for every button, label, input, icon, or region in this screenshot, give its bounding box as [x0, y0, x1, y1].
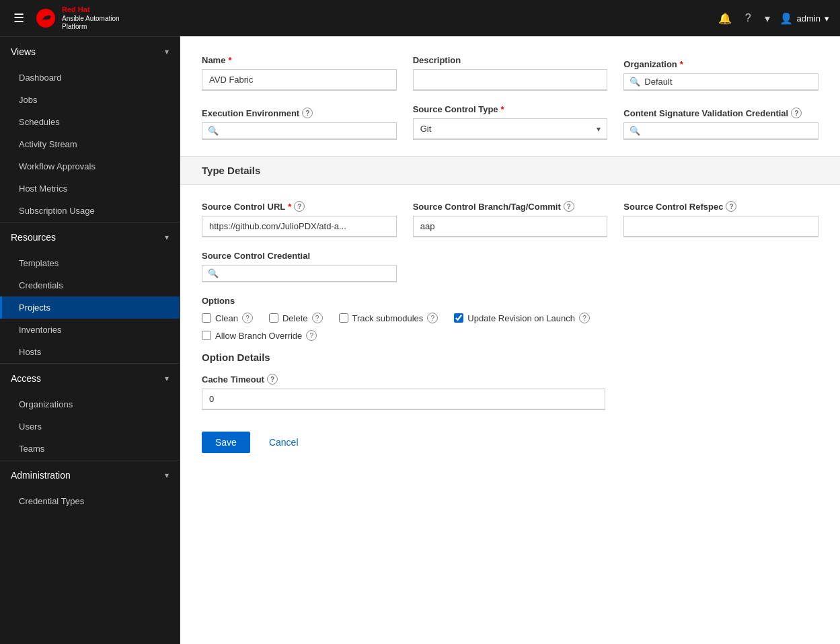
option-delete-help-icon[interactable]: ?: [312, 313, 323, 323]
description-input[interactable]: [413, 69, 608, 91]
source-control-credential-input[interactable]: [223, 268, 391, 278]
option-allow-branch-help-icon[interactable]: ?: [306, 330, 317, 341]
option-clean-checkbox[interactable]: [202, 313, 211, 323]
notifications-icon[interactable]: 🔔: [714, 8, 736, 29]
organization-label: Organization *: [623, 59, 818, 69]
source-control-branch-input[interactable]: [413, 216, 608, 237]
help-chevron-icon[interactable]: ▾: [761, 8, 774, 29]
cache-timeout-label: Cache Timeout ?: [202, 374, 605, 385]
source-control-refspec-input[interactable]: [623, 216, 818, 237]
sidebar-item-workflow-approvals[interactable]: Workflow Approvals: [0, 155, 180, 177]
name-label: Name *: [202, 55, 397, 65]
source-control-type-select[interactable]: Manual Git SVN Insights Remote Archive: [413, 118, 608, 140]
redhat-svg-icon: [35, 7, 56, 29]
execution-env-search-wrapper[interactable]: 🔍: [202, 122, 397, 140]
user-menu[interactable]: 👤 admin ▾: [779, 12, 829, 25]
organization-search-icon: 🔍: [629, 77, 640, 87]
sidebar-item-teams[interactable]: Teams: [0, 438, 180, 460]
sidebar-item-hosts[interactable]: Hosts: [0, 341, 180, 363]
cache-timeout-help-icon[interactable]: ?: [267, 374, 278, 385]
save-button[interactable]: Save: [202, 432, 250, 453]
organization-input[interactable]: [644, 77, 812, 87]
sidebar-item-inventories[interactable]: Inventories: [0, 319, 180, 341]
main-layout: Views ▾ Dashboard Jobs Schedules Activit…: [0, 36, 840, 644]
option-track-submodules-help-icon[interactable]: ?: [427, 313, 438, 323]
scc-search-icon: 🔍: [208, 268, 219, 278]
resources-section-label: Resources: [11, 232, 56, 243]
scb-help-icon[interactable]: ?: [564, 201, 574, 212]
sidebar-item-credentials[interactable]: Credentials: [0, 274, 180, 296]
sidebar: Views ▾ Dashboard Jobs Schedules Activit…: [0, 36, 180, 644]
options-row-2: Allow Branch Override ?: [202, 330, 818, 341]
option-allow-branch-label: Allow Branch Override: [215, 331, 302, 341]
username-label: admin: [797, 13, 820, 24]
source-control-credential-search-wrapper[interactable]: 🔍: [202, 265, 397, 282]
scu-help-icon[interactable]: ?: [294, 201, 305, 212]
option-update-revision-checkbox[interactable]: [454, 313, 463, 323]
sidebar-item-organizations[interactable]: Organizations: [0, 393, 180, 415]
option-allow-branch-item[interactable]: Allow Branch Override ?: [202, 330, 317, 341]
form-row-2: Execution Environment ? 🔍 Source Control…: [202, 104, 818, 140]
scr-help-icon[interactable]: ?: [726, 201, 736, 212]
option-clean-help-icon[interactable]: ?: [242, 313, 253, 323]
user-avatar-icon: 👤: [779, 12, 793, 25]
sidebar-item-dashboard[interactable]: Dashboard: [0, 67, 180, 89]
content-sig-help-icon[interactable]: ?: [791, 108, 802, 118]
project-edit-form: Name * Description Organization *: [180, 36, 840, 644]
views-section-label: Views: [11, 46, 36, 57]
option-track-submodules-checkbox[interactable]: [339, 313, 348, 323]
description-label: Description: [413, 55, 608, 65]
execution-env-search-icon: 🔍: [208, 126, 219, 136]
type-details-section-divider: Type Details: [180, 156, 840, 185]
form-row-4: Source Control Credential 🔍: [202, 251, 818, 282]
option-track-submodules-item[interactable]: Track submodules ?: [339, 313, 438, 323]
sidebar-item-jobs[interactable]: Jobs: [0, 89, 180, 111]
administration-section-label: Administration: [11, 470, 71, 481]
sidebar-item-projects[interactable]: Projects: [0, 296, 180, 319]
help-icon[interactable]: ?: [741, 8, 755, 28]
execution-env-input[interactable]: [223, 126, 391, 136]
sidebar-item-users[interactable]: Users: [0, 415, 180, 438]
option-allow-branch-checkbox[interactable]: [202, 331, 211, 340]
sidebar-item-host-metrics[interactable]: Host Metrics: [0, 177, 180, 200]
resources-section-header[interactable]: Resources ▾: [0, 223, 180, 252]
option-update-revision-help-icon[interactable]: ?: [579, 313, 590, 323]
sidebar-item-templates[interactable]: Templates: [0, 252, 180, 274]
scu-required-star: *: [288, 202, 291, 212]
sidebar-item-subscription-usage[interactable]: Subscription Usage: [0, 200, 180, 222]
access-section-header[interactable]: Access ▾: [0, 364, 180, 393]
source-control-branch-label: Source Control Branch/Tag/Commit ?: [413, 201, 608, 212]
sidebar-item-activity-stream[interactable]: Activity Stream: [0, 133, 180, 155]
hamburger-menu-icon[interactable]: ☰: [11, 8, 27, 28]
name-input[interactable]: [202, 69, 397, 91]
organization-search-wrapper[interactable]: 🔍: [623, 73, 818, 91]
user-chevron-icon: ▾: [825, 13, 829, 24]
cache-timeout-input[interactable]: [202, 389, 605, 410]
administration-section-header[interactable]: Administration ▾: [0, 460, 180, 490]
main-content: Name * Description Organization *: [180, 36, 840, 644]
option-update-revision-item[interactable]: Update Revision on Launch ?: [454, 313, 590, 323]
cancel-button[interactable]: Cancel: [261, 432, 307, 453]
source-control-url-label: Source Control URL * ?: [202, 201, 397, 212]
option-delete-checkbox[interactable]: [269, 313, 278, 323]
source-control-url-input[interactable]: [202, 216, 397, 237]
sidebar-item-schedules[interactable]: Schedules: [0, 111, 180, 133]
option-delete-item[interactable]: Delete ?: [269, 313, 323, 323]
sidebar-item-credential-types[interactable]: Credential Types: [0, 490, 180, 512]
views-section-header[interactable]: Views ▾: [0, 37, 180, 67]
access-section-label: Access: [11, 373, 41, 384]
access-chevron-icon: ▾: [165, 374, 169, 383]
option-clean-item[interactable]: Clean ?: [202, 313, 253, 323]
content-sig-input[interactable]: [644, 126, 812, 136]
source-control-type-label: Source Control Type *: [413, 104, 608, 114]
source-control-refspec-label: Source Control Refspec ?: [623, 201, 818, 212]
content-sig-search-wrapper[interactable]: 🔍: [623, 122, 818, 140]
source-control-type-select-wrapper: Manual Git SVN Insights Remote Archive ▾: [413, 118, 608, 140]
source-control-credential-label: Source Control Credential: [202, 251, 397, 261]
form-row-3: Source Control URL * ? Source Control Br…: [202, 201, 818, 237]
option-track-submodules-label: Track submodules: [352, 313, 424, 323]
cache-timeout-group: Cache Timeout ?: [202, 374, 605, 410]
execution-env-help-icon[interactable]: ?: [302, 108, 313, 118]
content-sig-group: Content Signature Validation Credential …: [623, 108, 818, 140]
source-control-type-group: Source Control Type * Manual Git SVN Ins…: [413, 104, 608, 140]
